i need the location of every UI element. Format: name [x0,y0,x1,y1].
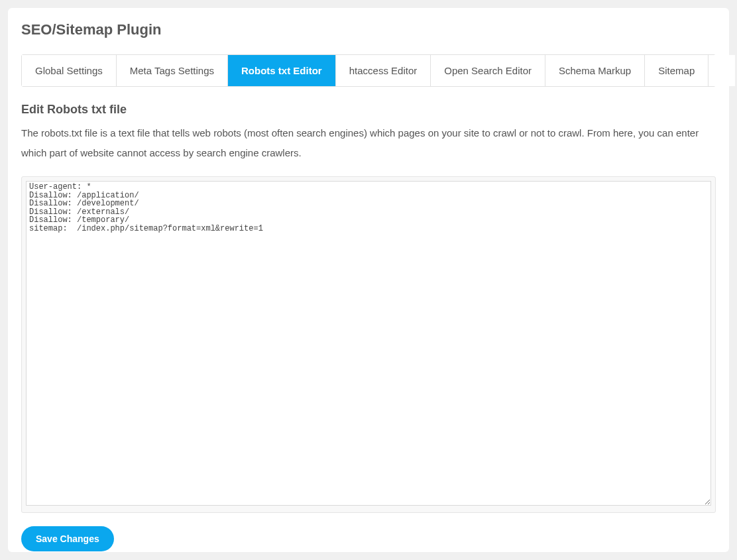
section-title: Edit Robots txt file [21,103,716,117]
save-changes-button[interactable]: Save Changes [21,526,114,551]
tab-open-search-editor[interactable]: Open Search Editor [431,55,545,86]
section-description: The robots.txt file is a text file that … [21,123,716,163]
tab-schema-markup[interactable]: Schema Markup [545,55,645,86]
settings-panel: SEO/Sitemap Plugin Global Settings Meta … [8,8,729,552]
tab-robots-txt-editor[interactable]: Robots txt Editor [228,55,336,86]
page-title: SEO/Sitemap Plugin [21,21,716,38]
editor-wrapper [21,176,716,513]
tab-htaccess-editor[interactable]: htaccess Editor [336,55,431,86]
tab-sitemap[interactable]: Sitemap [645,55,709,86]
robots-txt-textarea[interactable] [26,181,711,506]
tabs-filler [709,55,735,86]
tabs-nav: Global Settings Meta Tags Settings Robot… [21,54,716,87]
tab-meta-tags-settings[interactable]: Meta Tags Settings [117,55,228,86]
tab-global-settings[interactable]: Global Settings [22,55,117,86]
